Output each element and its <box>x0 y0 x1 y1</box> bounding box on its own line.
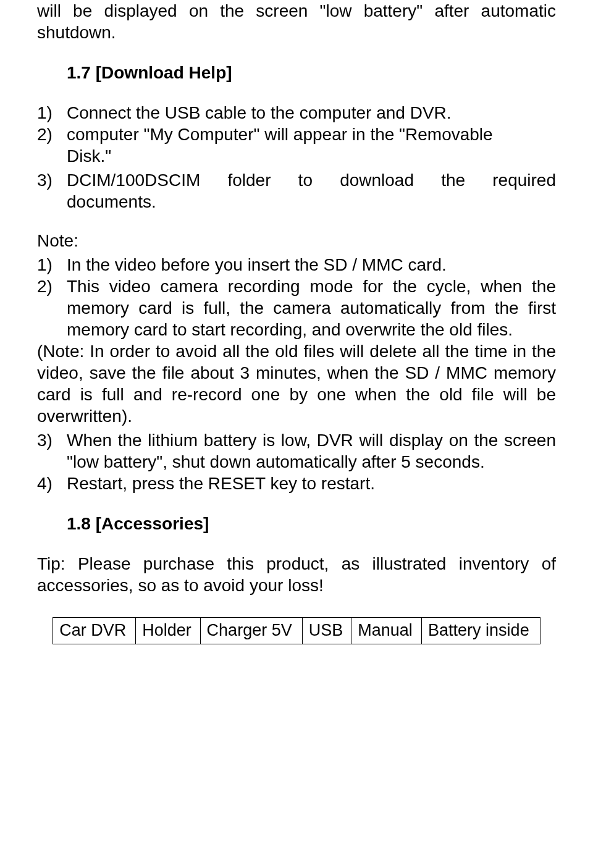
list-item: 1) In the video before you insert the SD… <box>37 254 556 276</box>
list-item: 3) When the lithium battery is low, DVR … <box>37 429 556 473</box>
section-heading-accessories: 1.8 [Accessories] <box>67 513 556 534</box>
item-text: Restart, press the RESET key to restart. <box>67 473 556 494</box>
item-text: computer "My Computer" will appear in th… <box>67 124 556 145</box>
item-text-line: computer "My Computer" will appear in th… <box>67 125 493 144</box>
list-item: 2) This video camera recording mode for … <box>37 276 556 340</box>
table-row: Car DVR Holder Charger 5V USB Manual Bat… <box>53 618 540 644</box>
list-item: 3) DCIM/100DSCIM folder to download the … <box>37 169 556 191</box>
item-text: Connect the USB cable to the computer an… <box>67 102 556 124</box>
item-number: 2) <box>37 276 67 340</box>
note-label: Note: <box>37 230 556 251</box>
note-parenthesis: (Note: In order to avoid all the old fil… <box>37 340 556 427</box>
list-item: 1) Connect the USB cable to the computer… <box>37 102 556 124</box>
intro-paragraph: will be displayed on the screen "low bat… <box>37 0 556 43</box>
list-item: 2) computer "My Computer" will appear in… <box>37 124 556 145</box>
table-cell: USB <box>302 618 351 644</box>
item-text-cont: Disk." <box>67 145 556 167</box>
item-text: This video camera recording mode for the… <box>67 276 556 340</box>
item-number: 4) <box>37 473 67 494</box>
table-cell: Battery inside <box>422 618 540 644</box>
table-cell: Charger 5V <box>200 618 302 644</box>
table-cell: Manual <box>351 618 422 644</box>
section-heading-download-help: 1.7 [Download Help] <box>67 62 556 83</box>
item-number: 3) <box>37 429 67 473</box>
item-number: 2) <box>37 124 67 145</box>
item-number: 3) <box>37 169 67 191</box>
table-cell: Car DVR <box>53 618 136 644</box>
table-cell: Holder <box>136 618 200 644</box>
item-text: In the video before you insert the SD / … <box>67 254 556 276</box>
accessories-table: Car DVR Holder Charger 5V USB Manual Bat… <box>53 617 540 644</box>
item-text-cont: documents. <box>67 191 556 213</box>
item-number: 1) <box>37 102 67 124</box>
tip-paragraph: Tip: Please purchase this product, as il… <box>37 553 556 596</box>
list-item: 4) Restart, press the RESET key to resta… <box>37 473 556 494</box>
item-number: 1) <box>37 254 67 276</box>
document-page: will be displayed on the screen "low bat… <box>0 0 593 657</box>
item-text: When the lithium battery is low, DVR wil… <box>67 429 556 473</box>
item-text: DCIM/100DSCIM folder to download the req… <box>67 169 556 191</box>
